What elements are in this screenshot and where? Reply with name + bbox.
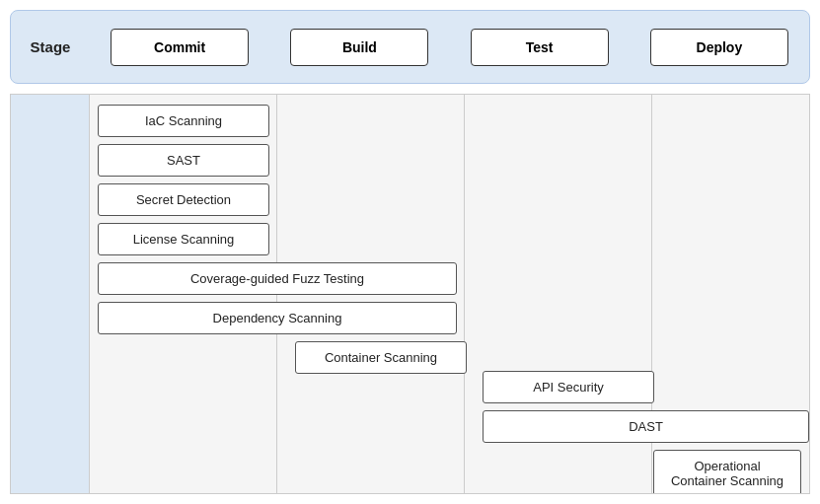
iac-scanning-box: IaC Scanning (98, 105, 269, 137)
header-row: Stage Commit Build Test Deploy (10, 10, 810, 84)
container-scanning-box: Container Scanning (295, 341, 467, 374)
license-scanning-box: License Scanning (98, 223, 269, 255)
dependency-scanning-item[interactable]: Dependency Scanning (98, 302, 457, 334)
secret-detection-box: Secret Detection (98, 183, 269, 216)
sast-box: SAST (98, 144, 269, 177)
pipeline-container: Stage Commit Build Test Deploy I (0, 0, 820, 504)
container-scanning-item[interactable]: Container Scanning (295, 341, 467, 374)
main-grid: IaC Scanning SAST Secret Detection Licen… (90, 95, 809, 493)
stage-header-build[interactable]: Build (290, 29, 428, 66)
body-container: IaC Scanning SAST Secret Detection Licen… (10, 94, 810, 494)
secret-detection-item[interactable]: Secret Detection (98, 183, 269, 216)
iac-scanning-item[interactable]: IaC Scanning (98, 105, 269, 137)
dast-item[interactable]: DAST (483, 410, 809, 443)
api-security-item[interactable]: API Security (483, 371, 654, 403)
stage-header-test[interactable]: Test (471, 29, 609, 66)
stage-columns: Commit Build Test Deploy (90, 29, 809, 66)
operational-container-scanning-box: Operational Container Scanning (653, 450, 801, 493)
dependency-scanning-box: Dependency Scanning (98, 302, 457, 334)
operational-container-scanning-item[interactable]: Operational Container Scanning (653, 450, 801, 493)
stage-side-label (11, 95, 90, 493)
api-security-box: API Security (483, 371, 654, 403)
license-scanning-item[interactable]: License Scanning (98, 223, 269, 255)
stage-header-deploy[interactable]: Deploy (650, 29, 788, 66)
coverage-fuzz-box: Coverage-guided Fuzz Testing (98, 262, 457, 295)
dast-box: DAST (483, 410, 809, 443)
stage-label: Stage (11, 38, 90, 55)
stage-header-commit[interactable]: Commit (111, 29, 249, 66)
coverage-fuzz-item[interactable]: Coverage-guided Fuzz Testing (98, 262, 457, 295)
sast-item[interactable]: SAST (98, 144, 269, 177)
